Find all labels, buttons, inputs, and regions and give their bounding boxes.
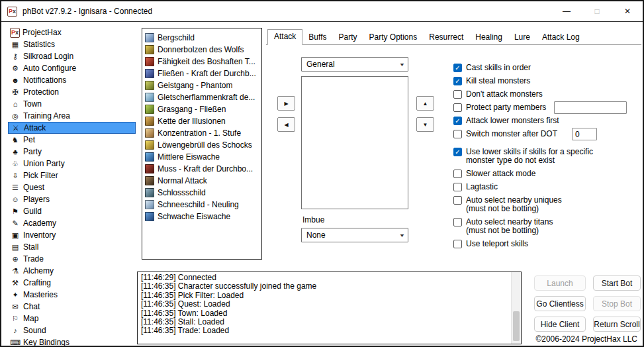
skill-list-item[interactable]: Schlossschild (145, 187, 259, 199)
checkbox-don-t-attack-monsters[interactable] (453, 90, 462, 99)
skill-list-item[interactable]: Schneeschild - Neuling (145, 199, 259, 211)
imbue-select[interactable]: None ▼ (301, 228, 408, 242)
attack-skills-listbox[interactable] (301, 76, 408, 209)
tab-attack[interactable]: Attack (267, 29, 302, 45)
tab-resurrect[interactable]: Resurrect (423, 30, 469, 44)
sidebar-item-map[interactable]: ⚐Map (8, 313, 136, 324)
sidebar-item-pet[interactable]: ♞Pet (8, 134, 136, 146)
tab-buffs[interactable]: Buffs (302, 30, 332, 44)
hide-client-button[interactable]: Hide Client (534, 317, 586, 332)
skill-list-item[interactable]: Gletscherflammenkraft de... (145, 91, 259, 103)
tab-lure[interactable]: Lure (508, 30, 536, 44)
sidebar-item-projecthax[interactable]: PxProjectHax (8, 26, 136, 38)
checkbox-protect-party-members[interactable] (453, 103, 462, 112)
sidebar-item-players[interactable]: ☺Players (8, 193, 136, 205)
sidebar-item-masteries[interactable]: ✦Masteries (8, 289, 136, 301)
add-skill-button[interactable]: ▶ (277, 96, 295, 111)
skill-list-item[interactable]: Normal Attack (145, 175, 259, 187)
skill-list-item[interactable]: Donnerbolzen des Wolfs (145, 44, 259, 56)
skill-icon (145, 81, 154, 90)
option-cast-skills-in-order: ✓Cast skills in order (453, 64, 644, 72)
checkbox-switch-monster-after-dot[interactable] (453, 130, 462, 138)
dot-switch-input[interactable] (572, 128, 597, 140)
skill-list-item[interactable]: Bergschild (145, 32, 259, 44)
move-up-button[interactable]: ▲ (416, 96, 434, 111)
tab-party-options[interactable]: Party Options (363, 30, 424, 44)
return-scroll-button[interactable]: Return Scroll (593, 317, 641, 332)
sidebar-item-attack[interactable]: ⚔Attack (8, 122, 136, 134)
checkbox-auto-select-nearby-titans[interactable] (453, 218, 462, 226)
imbue-label: Imbue (302, 215, 324, 224)
option-label: Cast skills in order (466, 64, 531, 72)
skill-list-item[interactable]: Konzentration - 1. Stufe (145, 127, 259, 139)
notifications-icon: ☻ (10, 76, 21, 84)
checkbox-lagtastic[interactable] (453, 183, 462, 191)
sidebar-item-academy[interactable]: ✎Academy (8, 217, 136, 229)
sidebar-item-label: Town (23, 99, 42, 109)
log-line: [11:46:35] Character successfully joined… (141, 282, 510, 291)
option-auto-select-nearby-uniques: Auto select nearby uniques (must not be … (453, 196, 644, 213)
app-icon-slot: Px (7, 7, 17, 17)
checkbox-kill-steal-monsters[interactable]: ✓ (453, 77, 462, 85)
sidebar-item-auto-configure[interactable]: ⚙Auto Configure (8, 62, 136, 74)
sidebar-item-quest[interactable]: ☰Quest (8, 181, 136, 193)
window-controls: — □ ✕ (551, 1, 643, 21)
option-label: Use lower skills if skills for a specifi… (466, 148, 593, 165)
checkbox-attack-lower-monsters-first[interactable]: ✓ (453, 117, 462, 125)
skill-list-item[interactable]: Fließen - Kraft der Durchb... (145, 68, 259, 79)
sidebar-item-label: Guild (23, 207, 42, 216)
launch-button[interactable]: Launch (534, 275, 586, 291)
log-scrollbar-thumb[interactable] (513, 311, 520, 341)
skill-group-select[interactable]: General ▼ (301, 57, 408, 72)
maximize-button[interactable]: □ (582, 1, 612, 21)
sidebar-item-statistics[interactable]: ▦Statistics (8, 38, 136, 50)
stop-bot-button[interactable]: Stop Bot (593, 296, 641, 311)
sidebar-item-chat[interactable]: ✉Chat (8, 301, 136, 313)
skill-list-item[interactable]: Mittlere Eiswache (145, 151, 259, 163)
sidebar-item-union-party[interactable]: ♧Union Party (8, 158, 136, 170)
close-button[interactable]: ✕ (612, 1, 643, 21)
skill-list-item[interactable]: Muss - Kraft der Durchbo... (145, 163, 259, 175)
skill-list-item[interactable]: Kette der Illusionen (145, 115, 259, 127)
start-bot-button[interactable]: Start Bot (593, 275, 641, 291)
skill-list-item[interactable]: Geistgang - Phantom (145, 79, 259, 91)
projecthax-logo-icon: Px (10, 28, 20, 38)
log-scrollbar[interactable] (511, 272, 521, 344)
minimize-button[interactable]: — (551, 1, 582, 21)
tab-party[interactable]: Party (333, 30, 363, 44)
sidebar-item-inventory[interactable]: ▣Inventory (8, 229, 136, 241)
sidebar-item-silkroad-login[interactable]: ⚷Silkroad Login (8, 50, 136, 62)
checkbox-cast-skills-in-order[interactable]: ✓ (453, 64, 462, 72)
skill-list-item[interactable]: Grasgang - Fließen (145, 103, 259, 115)
log-panel[interactable]: [11:46:29] Connected[11:46:35] Character… (137, 272, 522, 344)
skill-list-item[interactable]: Schwache Eiswache (145, 211, 259, 223)
sidebar-item-crafting[interactable]: ⚒Crafting (8, 277, 136, 289)
checkbox-auto-select-nearby-uniques[interactable] (453, 196, 462, 205)
sidebar-item-stall[interactable]: ▤Stall (8, 241, 136, 253)
sidebar-item-sound[interactable]: ♪Sound (8, 324, 136, 336)
checkbox-slower-attack-mode[interactable] (453, 170, 462, 178)
protect-party-input[interactable] (554, 101, 627, 114)
sidebar-item-town[interactable]: ⌂Town (8, 98, 136, 110)
sidebar-item-alchemy[interactable]: ⚗Alchemy (8, 265, 136, 277)
skill-list-item[interactable]: Löwengebrüll des Schocks (145, 139, 259, 151)
checkbox-use-lower-skills-if-skills-for-a-specific[interactable]: ✓ (453, 148, 462, 156)
tab-attack-log[interactable]: Attack Log (536, 30, 586, 44)
sidebar-item-pick-filter[interactable]: ⇩Pick Filter (8, 170, 136, 181)
tab-healing[interactable]: Healing (469, 30, 508, 44)
skill-list-item[interactable]: Fähigkeit des Boshaften T... (145, 56, 259, 68)
sidebar-item-training-area[interactable]: ◎Training Area (8, 110, 136, 122)
skill-list[interactable]: BergschildDonnerbolzen des WolfsFähigkei… (142, 28, 262, 260)
sidebar-item-party[interactable]: ♣Party (8, 146, 136, 158)
move-down-button[interactable]: ▼ (416, 117, 434, 132)
sidebar-item-key-bindings[interactable]: ⌨Key Bindings (8, 336, 136, 346)
skill-icon (145, 57, 154, 66)
sidebar-item-trade[interactable]: ⊕Trade (8, 253, 136, 265)
go-clientless-button[interactable]: Go Clientless (534, 296, 586, 311)
option-label: Auto select nearby uniques (must not be … (466, 196, 562, 213)
remove-skill-button[interactable]: ◀ (277, 117, 295, 132)
sidebar-item-guild[interactable]: ⚑Guild (8, 205, 136, 217)
checkbox-use-teleport-skills[interactable] (453, 240, 462, 248)
sidebar-item-notifications[interactable]: ☻Notifications (8, 74, 136, 86)
sidebar-item-protection[interactable]: ✠Protection (8, 86, 136, 98)
